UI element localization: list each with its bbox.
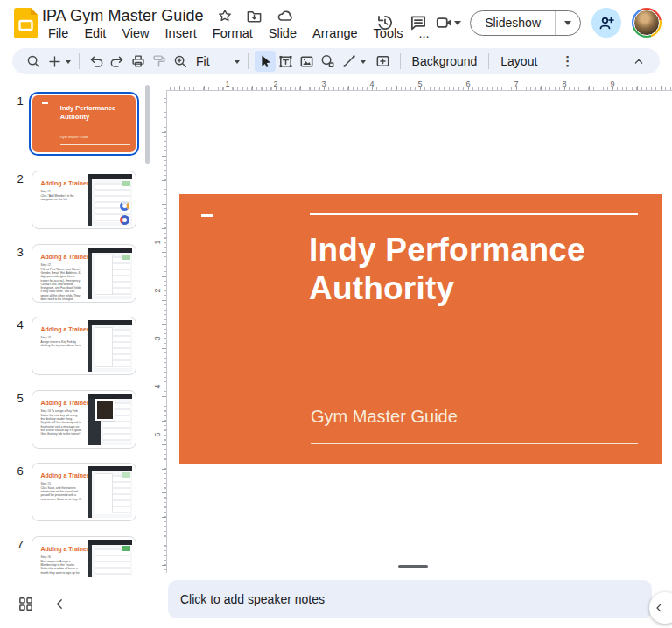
slide-thumbnail-6[interactable]: Adding a Trainer Step #5 Click Save, and… [32,463,136,521]
background-button[interactable]: Background [407,54,483,68]
redo-button[interactable] [107,51,128,72]
side-panel-toggle-button[interactable] [649,592,672,624]
slide-accent-dash [201,214,213,217]
menu-view[interactable]: View [114,25,157,41]
layout-button[interactable]: Layout [495,54,542,68]
ruler-number: 4 [153,384,162,388]
speaker-notes-panel[interactable]: Click to add speaker notes [168,580,652,618]
slides-logo-icon[interactable] [14,8,38,38]
slide-filmstrip: 1 Indy Performance Authority Gym Master … [0,81,156,577]
slide-number: 7 [12,538,28,551]
top-bar: IPA Gym Master Guide File Edit View Inse… [0,0,672,45]
thumbnail-screenshot [88,466,133,518]
meet-button[interactable] [435,13,461,32]
thumbnail-caption: Step #2 Fill out First Name, Last Name, … [40,263,81,301]
slide-bottom-rule [311,443,638,444]
slide-subtitle-text[interactable]: Gym Master Guide [311,407,458,427]
select-tool-button[interactable] [255,51,276,72]
comments-button[interactable] [402,6,435,39]
slide-top-rule [310,213,638,215]
header-actions: Slideshow [368,5,662,40]
thumbnail-screenshot [88,248,133,299]
thumbnail-heading: Adding a Trainer [40,400,88,406]
slide-thumbnail-2[interactable]: Adding a Trainer Step #1 Click "Add Memb… [32,171,136,229]
collapse-filmstrip-button[interactable] [49,593,70,614]
thumbnail-caption: Step #1 Click "Add Member" in the naviga… [40,190,81,201]
star-icon[interactable] [217,8,233,24]
undo-button[interactable] [86,51,107,72]
thumbnail-1-subtitle: Gym Master Guide [60,136,88,139]
ruler-number: 1 [153,240,162,244]
move-folder-icon[interactable] [246,8,262,24]
cloud-status-icon[interactable] [276,7,293,24]
document-title-row: IPA Gym Master Guide [42,6,293,25]
slide-number: 2 [12,172,28,185]
insert-line-button[interactable] [339,51,360,72]
menu-format[interactable]: Format [205,25,261,41]
slide-thumbnail-5[interactable]: Adding a Trainer Step #4 To assign a Key… [32,390,136,449]
thumbnail-heading: Adding a Trainer [40,326,88,332]
thumbnail-heading: Adding a Trainer [40,472,88,478]
thumbnail-heading: Adding a Trainer [40,546,88,552]
thumbnail-screenshot [88,394,133,445]
insert-comment-button[interactable] [373,51,394,72]
slide-number: 6 [12,464,28,478]
toolbar: Fit [12,48,660,74]
collapse-toolbar-button[interactable] [628,51,649,72]
slide-thumbnail-4[interactable]: Adding a Trainer Step #3 Assign trainer … [32,317,136,375]
share-button[interactable] [592,8,621,38]
new-slide-button[interactable] [44,51,65,72]
slideshow-options-button[interactable] [555,11,580,35]
zoom-mode-caret-icon[interactable] [234,60,240,66]
paint-format-button[interactable] [149,51,170,72]
horizontal-ruler: 1 2 3 4 5 6 7 8 9 [166,81,672,91]
notes-resize-handle[interactable] [398,565,428,568]
avatar-photo [634,10,660,36]
slide-thumbnail-1[interactable]: Indy Performance Authority Gym Master Gu… [29,92,139,156]
menu-file[interactable]: File [40,25,76,41]
thumbnail-caption: Step #5 Click Save, and the trainers inf… [40,482,81,500]
slide-canvas: 1 2 3 4 5 6 7 8 9 1 2 3 4 5 Indy Perform… [166,81,672,573]
ruler-number: 3 [153,336,162,340]
new-slide-caret-icon[interactable] [66,60,71,66]
slide-thumbnail-7[interactable]: Adding a Trainer Step #6 Next step is to… [32,536,136,577]
menu-insert[interactable]: Insert [158,25,205,41]
slide-number: 3 [12,246,28,259]
thumbnail-caption: Step #3 Assign trainer a Key Fob by clic… [40,336,81,347]
thumbnail-1-preview: Indy Performance Authority Gym Master Gu… [32,95,136,152]
vertical-ruler: 1 2 3 4 5 [158,91,166,573]
zoom-mode-select[interactable]: Fit [191,54,214,68]
slide-title-text[interactable]: Indy Performance Authority [309,231,606,309]
menu-slide[interactable]: Slide [261,25,304,41]
ruler-number: 5 [153,432,162,436]
filmstrip-scrollbar[interactable] [145,85,150,164]
account-avatar[interactable] [632,8,662,38]
print-button[interactable] [128,51,149,72]
thumbnail-screenshot [88,320,133,372]
slide-thumbnail-3[interactable]: Adding a Trainer Step #2 Fill out First … [32,244,136,303]
slide-number: 4 [12,318,28,331]
meet-caret-icon [454,21,461,29]
speaker-notes-placeholder: Click to add speaker notes [180,592,325,606]
thumbnail-1-title: Indy Performance Authority [60,104,129,121]
text-box-button[interactable] [276,51,297,72]
search-menus-button[interactable] [23,51,44,72]
google-slides-app: IPA Gym Master Guide File Edit View Inse… [0,0,672,628]
thumbnail-screenshot [88,174,133,226]
grid-view-button[interactable] [15,593,36,614]
slide-number: 5 [12,392,28,405]
thumbnail-heading: Adding a Trainer [40,180,88,186]
ruler-number: 2 [153,288,162,292]
insert-shape-button[interactable] [318,51,339,72]
slideshow-button[interactable]: Slideshow [471,11,555,35]
insert-image-button[interactable] [297,51,318,72]
toolbar-more-button[interactable]: ⋮ [556,53,579,69]
version-history-button[interactable] [368,6,402,39]
document-title[interactable]: IPA Gym Master Guide [42,7,204,25]
menu-arrange[interactable]: Arrange [304,25,366,41]
menu-edit[interactable]: Edit [76,25,114,41]
current-slide[interactable]: Indy Performance Authority Gym Master Gu… [179,194,662,464]
zoom-button[interactable] [170,51,191,72]
insert-line-caret-icon[interactable] [360,60,366,66]
thumbnail-caption: Step #6 Next step is to Assign a Members… [40,555,81,574]
